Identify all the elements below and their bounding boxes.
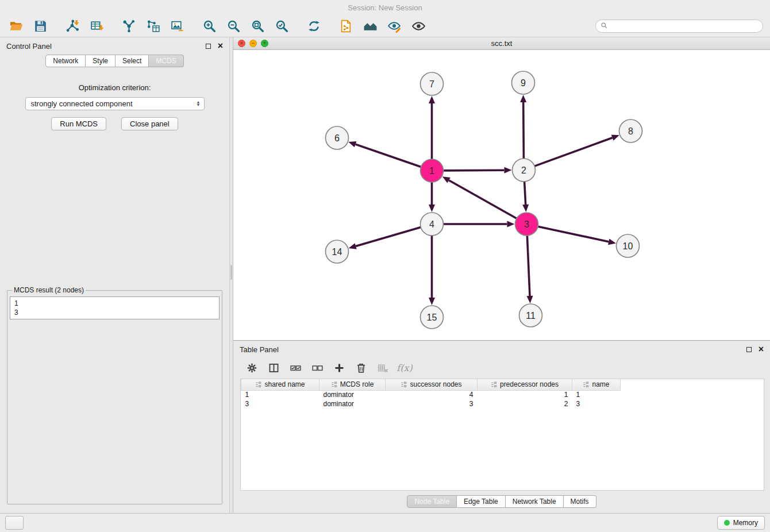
mcds-result-text[interactable]: 13 xyxy=(10,296,220,319)
float-panel-icon[interactable] xyxy=(206,44,211,49)
right-column: ×−+ scc.txt 7968124314101511 Table Panel… xyxy=(233,37,770,513)
node-15[interactable]: 15 xyxy=(421,306,444,329)
panel-splitter[interactable] xyxy=(229,37,233,513)
edge-4-14[interactable] xyxy=(349,228,421,249)
search-input[interactable] xyxy=(610,22,758,30)
table-cell[interactable]: 1 xyxy=(241,390,319,399)
node-11[interactable]: 11 xyxy=(519,304,542,327)
node-9[interactable]: 9 xyxy=(512,71,535,94)
search-box[interactable] xyxy=(595,20,763,33)
deselect-all-icon xyxy=(311,362,324,374)
table-cell[interactable]: dominator xyxy=(319,399,386,408)
network-canvas[interactable]: 7968124314101511 xyxy=(233,50,770,340)
table-row[interactable]: 1dominator411 xyxy=(241,390,764,399)
table-panel: Table Panel × f(x) shared nameMCDS roles… xyxy=(233,341,770,513)
tab-edge-table[interactable]: Edge Table xyxy=(457,495,506,508)
table-cell[interactable]: 1 xyxy=(478,390,572,399)
edge-1-4[interactable] xyxy=(429,182,435,212)
window-controls: ×−+ xyxy=(238,37,268,49)
float-panel-icon[interactable] xyxy=(746,347,752,352)
zoom-selected-button[interactable] xyxy=(272,18,291,35)
import-table-button[interactable] xyxy=(87,18,106,35)
grid-remove-icon xyxy=(377,362,389,374)
svg-text:6: 6 xyxy=(334,133,340,143)
minimize-window-button[interactable]: − xyxy=(249,40,257,47)
column-header-predecessor-nodes[interactable]: predecessor nodes xyxy=(478,379,572,390)
column-header-successor-nodes[interactable]: successor nodes xyxy=(386,379,478,390)
optimization-criterion-select[interactable]: strongly connected component ▲▼ xyxy=(25,97,205,110)
zoom-fit-button[interactable] xyxy=(248,18,267,35)
tab-motifs[interactable]: Motifs xyxy=(564,495,596,508)
refresh-layout-button[interactable] xyxy=(305,18,323,35)
tab-select[interactable]: Select xyxy=(116,55,149,67)
close-panel-icon[interactable]: × xyxy=(759,345,764,354)
deselect-all-rows-button[interactable] xyxy=(309,360,326,376)
select-all-rows-button[interactable] xyxy=(287,360,304,376)
open-session-button[interactable] xyxy=(7,18,25,35)
plus-icon xyxy=(333,362,345,374)
edge-3-1[interactable] xyxy=(442,176,517,218)
new-network-button[interactable] xyxy=(120,18,138,35)
network-document-button[interactable] xyxy=(337,18,355,35)
table-cell[interactable]: 3 xyxy=(241,399,319,408)
edge-1-7[interactable] xyxy=(429,96,435,159)
run-mcds-button[interactable]: Run MCDS xyxy=(51,117,106,130)
zoom-window-button[interactable]: + xyxy=(261,40,268,47)
open-browser-button[interactable] xyxy=(361,18,379,35)
node-7[interactable]: 7 xyxy=(421,72,444,95)
delete-row-button[interactable] xyxy=(352,360,369,376)
table-cell[interactable]: 3 xyxy=(386,399,478,408)
node-3[interactable]: 3 xyxy=(515,213,538,236)
edge-3-10[interactable] xyxy=(538,226,616,245)
close-panel-button[interactable]: Close panel xyxy=(121,117,178,130)
table-cell[interactable]: 3 xyxy=(572,399,621,408)
table-row[interactable]: 3dominator323 xyxy=(241,399,764,408)
homes-icon xyxy=(363,19,378,33)
edge-1-6[interactable] xyxy=(348,141,421,167)
close-window-button[interactable]: × xyxy=(238,40,245,47)
tab-network[interactable]: Network xyxy=(45,55,86,67)
export-image-button[interactable] xyxy=(168,18,186,35)
edge-2-9[interactable] xyxy=(520,95,526,159)
show-columns-button[interactable] xyxy=(265,360,282,376)
column-settings-button[interactable] xyxy=(243,360,260,376)
node-4[interactable]: 4 xyxy=(421,213,444,236)
node-6[interactable]: 6 xyxy=(326,126,349,149)
tab-network-table[interactable]: Network Table xyxy=(506,495,564,508)
node-1[interactable]: 1 xyxy=(421,159,444,182)
network-graph-svg[interactable]: 7968124314101511 xyxy=(233,50,770,340)
zoom-out-button[interactable] xyxy=(224,18,242,35)
zoom-in-button[interactable] xyxy=(200,18,218,35)
task-history-button[interactable] xyxy=(5,516,24,530)
memory-button[interactable]: Memory xyxy=(717,516,765,530)
node-8[interactable]: 8 xyxy=(619,119,642,142)
cell-filler xyxy=(621,399,764,408)
toolbar-group xyxy=(7,18,49,35)
column-header-mcds-role[interactable]: MCDS role xyxy=(319,379,386,390)
tab-node-table[interactable]: Node Table xyxy=(407,495,457,508)
style-preview-button[interactable] xyxy=(385,18,403,35)
table-cell[interactable]: 2 xyxy=(478,399,572,408)
table-cell[interactable]: dominator xyxy=(319,390,386,399)
import-network-button[interactable] xyxy=(63,18,82,35)
edge-4-3[interactable] xyxy=(444,221,515,228)
table-cell[interactable]: 1 xyxy=(572,390,621,399)
edge-2-3[interactable] xyxy=(522,182,529,212)
edge-3-11[interactable] xyxy=(527,236,533,303)
column-header-shared-name[interactable]: shared name xyxy=(241,379,319,390)
close-panel-icon[interactable]: × xyxy=(218,41,223,51)
network-table-button[interactable] xyxy=(144,18,162,35)
node-14[interactable]: 14 xyxy=(326,240,349,263)
node-2[interactable]: 2 xyxy=(513,159,536,182)
save-session-button[interactable] xyxy=(31,18,49,35)
node-10[interactable]: 10 xyxy=(617,234,640,257)
edge-1-2[interactable] xyxy=(444,167,512,174)
show-graphics-details-button[interactable] xyxy=(409,18,428,35)
tab-style[interactable]: Style xyxy=(86,55,116,67)
add-column-button[interactable] xyxy=(330,360,348,376)
edge-2-8[interactable] xyxy=(534,135,619,167)
table-cell[interactable]: 4 xyxy=(386,390,478,399)
edge-4-15[interactable] xyxy=(429,236,435,305)
column-header-name[interactable]: name xyxy=(572,379,621,390)
tab-mcds[interactable]: MCDS xyxy=(149,55,183,67)
